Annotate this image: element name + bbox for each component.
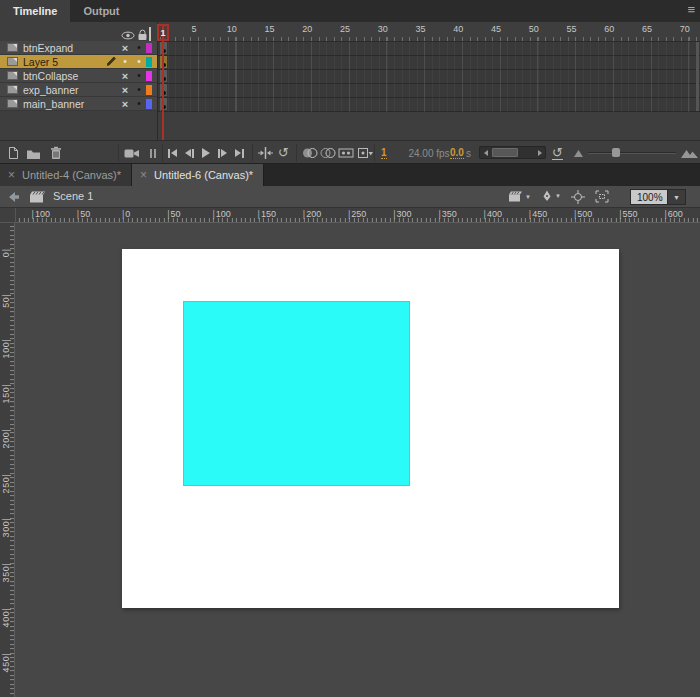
first-frame-icon [168,149,177,158]
elapsed-time-value[interactable]: 0.0 [450,147,464,159]
frame-number: 45 [491,24,501,34]
layer-name: btnExpand [23,42,73,54]
frame-size-slider-thumb[interactable] [612,148,620,157]
edit-symbols-icon [541,190,553,202]
new-folder-button[interactable] [26,145,41,161]
ruler-label: 500 [574,209,592,219]
edit-symbols-button[interactable]: ▼ [541,190,561,202]
timeline-vertical-scrollbar[interactable] [696,42,699,111]
frame-number: 65 [642,24,652,34]
close-tab-icon[interactable]: × [140,168,147,182]
document-tab[interactable]: ×Untitled-6 (Canvas)* [132,164,264,186]
layer-row-btncollapse[interactable]: btnCollapse×• [0,69,157,83]
layer-visibility-toggle[interactable]: × [118,98,132,110]
reset-timeline-zoom-button[interactable]: ↺ [552,145,563,161]
loop-button[interactable]: ↺ [278,145,289,161]
close-tab-icon[interactable]: × [8,168,15,182]
scrollbar-thumb[interactable] [492,148,518,157]
layer-lock-toggle[interactable]: • [132,70,146,81]
timeline-horizontal-scrollbar[interactable] [479,146,546,159]
play-button[interactable] [202,145,210,161]
last-frame-button[interactable] [235,145,244,161]
delete-layer-button[interactable] [50,145,62,161]
first-frame-button[interactable] [168,145,177,161]
play-icon [202,148,210,158]
timeline-frames-grid[interactable] [158,41,700,112]
panel-tab-timeline[interactable]: Timeline [0,0,70,22]
layer-visibility-toggle[interactable]: × [118,70,132,82]
ruler-label: 400 [1,608,11,627]
layer-visibility-toggle[interactable]: × [118,42,132,54]
layer-outline-color-chip[interactable] [146,99,152,109]
layer-name: btnCollapse [23,70,78,82]
onion-skin-outlines-button[interactable] [320,145,336,161]
frames-row-btncollapse[interactable] [158,70,700,84]
layer-row-btnexpand[interactable]: btnExpand×• [0,41,157,55]
playhead-line[interactable] [162,25,164,140]
frame-number: 50 [529,24,539,34]
layer-row-main_banner[interactable]: main_banner×• [0,97,157,111]
frame-number: 70 [680,24,690,34]
layer-outline-color-chip[interactable] [146,71,152,81]
canvas-area[interactable]: 050100150200250300350400450 100500501001… [0,208,700,697]
frames-row-btnexpand[interactable] [158,42,700,56]
toolbar-separator [118,144,119,162]
clip-content-button[interactable] [595,190,609,203]
layer-page-icon [7,99,18,108]
layer-outline-color-chip[interactable] [146,43,152,53]
frame-number: 20 [302,24,312,34]
frames-row-exp_banner[interactable] [158,84,700,98]
layer-outline-color-chip[interactable] [146,85,152,95]
frames-row-main_banner[interactable] [158,98,700,112]
timeline-frames-header[interactable]: 510152025303540455055606570 [158,22,700,41]
frame-size-slider[interactable] [588,152,676,154]
cyan-rectangle[interactable] [183,301,410,486]
ruler-label: 400 [484,209,502,219]
center-frame-button[interactable] [258,145,273,161]
layer-lock-toggle[interactable]: • [132,84,146,95]
modify-markers-icon [357,147,373,159]
ruler-label: 50 [167,209,180,219]
edit-multiple-frames-button[interactable] [338,145,354,161]
small-frame-size-button[interactable] [574,145,583,161]
ruler-label: 0 [1,249,11,257]
back-button[interactable] [7,191,20,203]
playhead-frame-indicator[interactable]: 1 [157,24,169,41]
zoom-level-field[interactable]: 100% [630,189,668,205]
center-stage-button[interactable] [571,190,585,204]
vertical-ruler: 050100150200250300350400450 [0,208,15,697]
current-frame-field[interactable]: 1 [381,147,387,159]
step-forward-button[interactable] [218,145,227,161]
scroll-left-button[interactable] [480,147,491,158]
zoom-dropdown-button[interactable]: ▼ [668,189,686,205]
scroll-right-button[interactable] [534,147,545,158]
layer-row-layer-5[interactable]: Layer 5•• [0,55,157,69]
panel-menu-icon[interactable]: ≡ [687,2,695,17]
panel-tab-output[interactable]: Output [70,0,132,22]
layer-lock-toggle[interactable]: • [132,56,146,67]
trash-icon [50,146,62,160]
large-frame-size-button[interactable] [681,145,698,161]
modify-markers-button[interactable] [357,145,373,161]
layer-lock-toggle[interactable]: • [132,98,146,109]
document-tab[interactable]: ×Untitled-4 (Canvas)* [0,164,132,186]
layer-lock-toggle[interactable]: • [132,42,146,53]
ruler-label: 600 [664,209,682,219]
frame-rate-label[interactable]: 24.00 fps [403,145,455,161]
layer-row-exp_banner[interactable]: exp_banner×• [0,83,157,97]
add-camera-button[interactable] [124,145,140,161]
stage[interactable] [122,249,619,608]
elapsed-time-unit: s [466,148,471,159]
step-back-button[interactable] [185,145,194,161]
layer-outline-color-chip[interactable] [146,57,152,67]
bars-toggle-button[interactable] [150,145,156,161]
frames-row-layer-5[interactable] [158,56,700,70]
new-layer-button[interactable] [6,145,20,161]
onion-skin-button[interactable] [302,145,318,161]
center-frame-icon [258,147,273,159]
edit-scene-button[interactable]: ▼ [508,190,531,203]
layer-page-icon [7,71,18,80]
layer-visibility-toggle[interactable]: × [118,84,132,96]
layer-visibility-toggle[interactable]: • [118,56,132,67]
elapsed-time-field[interactable]: 0.0 s [450,145,471,161]
